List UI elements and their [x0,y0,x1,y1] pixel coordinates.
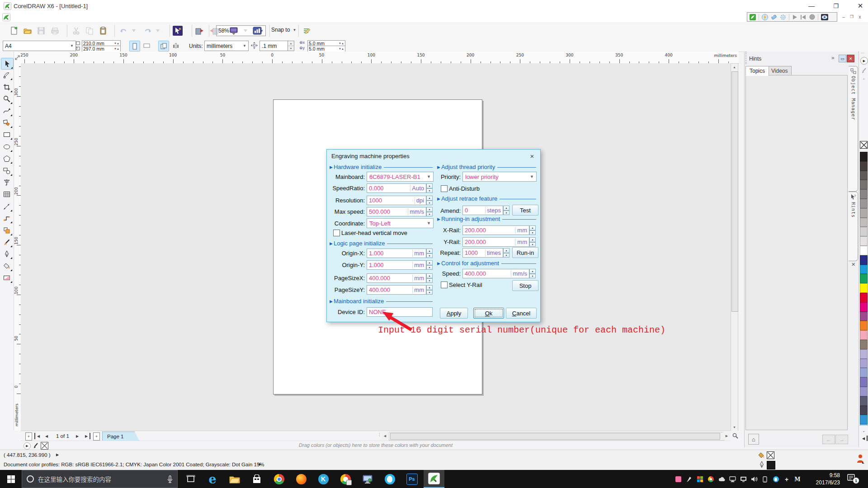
originx-spinner[interactable]: ▲▼ [426,249,433,258]
polygon-tool[interactable] [1,153,13,164]
palette-swatch[interactable] [860,368,868,377]
straight-line-connector-tool[interactable] [1,213,13,224]
palette-swatch[interactable] [860,274,868,283]
drop-shadow-tool[interactable] [1,225,13,236]
palette-swatch[interactable] [860,199,868,208]
hints-back-icon[interactable]: ← [822,435,835,444]
yrail-field[interactable]: 200.000mm [462,237,529,247]
scroll-up-icon[interactable]: ▲ [731,64,738,70]
open-icon[interactable] [22,25,33,36]
palette-scroll-up-icon[interactable]: ⌃ [861,78,867,83]
paste-icon[interactable] [98,25,108,36]
palette-swatch[interactable] [860,340,868,349]
palette-swatch[interactable] [860,208,868,218]
docker-close-icon[interactable]: ✕ [847,55,854,62]
all-pages-button[interactable] [158,41,169,52]
export-icon[interactable] [208,25,219,36]
speed-field[interactable]: 400.000mm/s [462,269,529,278]
palette-swatch[interactable] [860,255,868,265]
select-yrail-checkbox[interactable] [441,282,448,288]
portrait-orientation-button[interactable] [129,41,140,52]
vertical-scrollbar-thumb[interactable] [731,71,738,312]
current-page-button[interactable] [171,41,181,51]
yrail-spinner[interactable]: ▲▼ [529,237,536,247]
application-launcher-icon[interactable] [228,25,239,36]
pan-zoom-icon[interactable] [731,432,739,439]
tag-icon[interactable] [771,14,777,20]
maxspeed-field[interactable]: 500.000mm/s [367,207,426,216]
palette-flyout-button[interactable]: ▶ [860,57,868,65]
taskbar-clock[interactable]: 9:58 2017/6/23 [809,472,840,486]
window-maximize-button[interactable]: ❐ [828,1,844,11]
horizontal-ruler[interactable]: millimeters 2502001501005005010015020025… [21,52,739,64]
tray-cloud-icon[interactable] [717,475,726,483]
palette-swatch[interactable] [860,321,868,330]
previous-page-icon[interactable]: ◀ [43,433,50,439]
step-macro-icon[interactable] [800,14,807,20]
docker-grip[interactable] [745,52,748,64]
add-page-end-icon[interactable]: + [93,432,100,441]
mdi-restore-button[interactable]: ❐ [848,14,855,20]
parallel-dimension-tool[interactable] [1,201,13,212]
repeat-field[interactable]: 1000times [462,248,503,258]
docker-tab-object-manager[interactable]: Object Manager [849,66,858,192]
outline-pen-tool[interactable] [1,249,13,259]
palette-swatch[interactable] [860,312,868,321]
tray-phone-icon[interactable] [760,475,769,483]
profiles-flyout-icon[interactable]: ▶ [259,462,261,466]
coreldraw-taskbar-icon[interactable] [424,470,444,488]
palette-swatch[interactable] [860,161,868,171]
repeat-spinner[interactable]: ▲▼ [503,248,509,258]
photoshop-taskbar-icon[interactable]: Ps [401,470,422,488]
docker-tabs-close-icon[interactable]: ✕ [850,261,857,268]
pick-tool[interactable] [1,58,14,70]
tray-pc-icon[interactable] [728,475,737,483]
priority-combo[interactable]: lower priority▼ [462,172,537,182]
new-document-icon[interactable] [9,25,19,36]
maxspeed-spinner[interactable]: ▲▼ [426,207,433,216]
tray-plus-icon[interactable]: + [782,475,791,483]
ellipse-tool[interactable] [1,141,13,152]
color-eyedropper-tool[interactable] [1,237,13,248]
antidisturb-checkbox[interactable] [441,185,448,192]
tray-speaker-icon[interactable] [750,475,759,483]
play-macro-icon[interactable] [792,14,797,20]
tray-ms-colors-icon[interactable] [695,475,704,483]
cut-icon[interactable] [71,25,81,36]
palette-swatch[interactable] [860,189,868,199]
originy-field[interactable]: 1.000mm [367,260,426,270]
tray-qq-mini-icon[interactable] [771,475,780,483]
palette-swatch[interactable] [860,293,868,302]
corel-connect-icon[interactable] [252,25,263,36]
xrail-field[interactable]: 200.000mm [462,225,529,235]
palette-swatch[interactable] [860,218,868,227]
lightning-icon[interactable] [762,14,768,20]
canvas-horizontal-scrollbar[interactable] [389,432,724,441]
docker-tab-hints[interactable]: ? Hints [849,192,858,261]
print-icon[interactable] [49,25,60,36]
palette-swatch[interactable] [860,359,868,368]
launcher-dropdown-icon[interactable] [240,25,251,36]
tray-pen-icon[interactable] [684,475,693,483]
docker-chevron-icon[interactable]: » [831,55,835,61]
undo-dropdown-icon[interactable] [128,25,139,36]
tray-m-icon[interactable]: M [793,475,802,483]
amend-spinner[interactable]: ▲▼ [503,206,509,215]
docker-minimize-icon[interactable]: ▭ [839,55,846,62]
firefox-taskbar-icon[interactable] [291,470,311,488]
stop-button[interactable]: Stop [512,280,538,291]
laserhead-checkbox[interactable] [333,230,340,236]
start-button[interactable] [0,470,22,488]
palette-expand-icon[interactable]: ◀ [860,436,868,441]
stop-macro-icon[interactable] [809,14,815,20]
text-tool[interactable] [1,177,13,188]
tray-pink-app-icon[interactable] [674,475,683,483]
copy-icon[interactable] [84,25,95,36]
nudge-spinner[interactable]: ▲▼ [288,41,294,51]
fill-tool[interactable] [1,261,13,272]
microphone-icon[interactable] [167,475,173,483]
window-minimize-button[interactable]: — [804,1,819,11]
apply-button[interactable]: Apply [440,308,468,319]
palette-swatch[interactable] [860,415,868,424]
task-view-icon[interactable] [180,470,201,488]
